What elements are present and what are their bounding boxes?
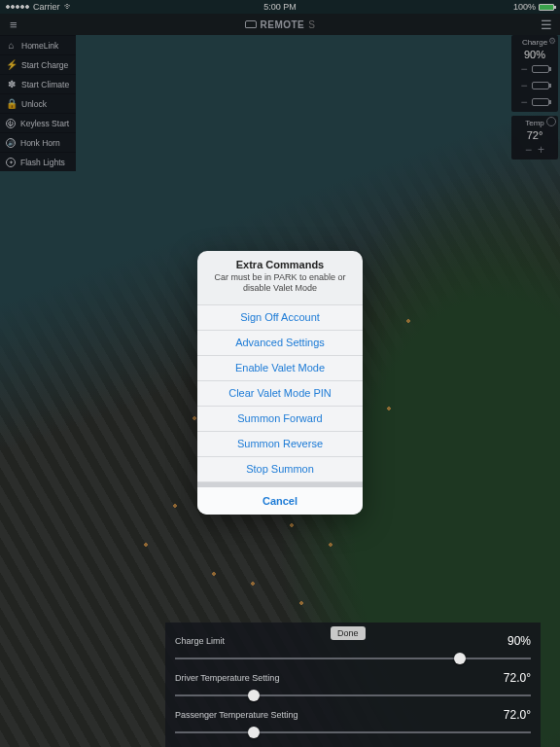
driver-temp-slider[interactable] [175,689,531,702]
slider-row-driver-temp: Driver Temperature Setting 72.0° [175,671,531,685]
sheet-title: Extra Commands [207,259,353,270]
option-sign-off[interactable]: Sign Off Account [197,305,363,331]
option-stop-summon[interactable]: Stop Summon [197,457,363,482]
slider-row-passenger-temp: Passenger Temperature Setting 72.0° [175,708,531,722]
slider-label: Driver Temperature Setting [175,673,279,683]
slider-value: 90% [508,634,531,648]
extra-commands-sheet: Extra Commands Car must be in PARK to en… [197,251,363,515]
charge-limit-slider[interactable] [175,652,531,665]
option-advanced[interactable]: Advanced Settings [197,331,363,356]
sheet-subtitle: Car must be in PARK to enable or disable… [207,272,353,295]
done-button[interactable]: Done [331,626,366,640]
slider-value: 72.0° [504,671,531,685]
settings-slider-panel: Done Charge Limit 90% Driver Temperature… [165,622,541,747]
option-clear-valet-pin[interactable]: Clear Valet Mode PIN [197,381,363,407]
slider-label: Charge Limit [175,636,225,646]
cancel-button[interactable]: Cancel [197,487,363,515]
sheet-header: Extra Commands Car must be in PARK to en… [197,251,363,305]
option-summon-forward[interactable]: Summon Forward [197,407,363,432]
option-enable-valet[interactable]: Enable Valet Mode [197,356,363,381]
option-summon-reverse[interactable]: Summon Reverse [197,432,363,457]
slider-value: 72.0° [504,708,531,722]
passenger-temp-slider[interactable] [175,726,531,739]
slider-label: Passenger Temperature Setting [175,710,298,720]
